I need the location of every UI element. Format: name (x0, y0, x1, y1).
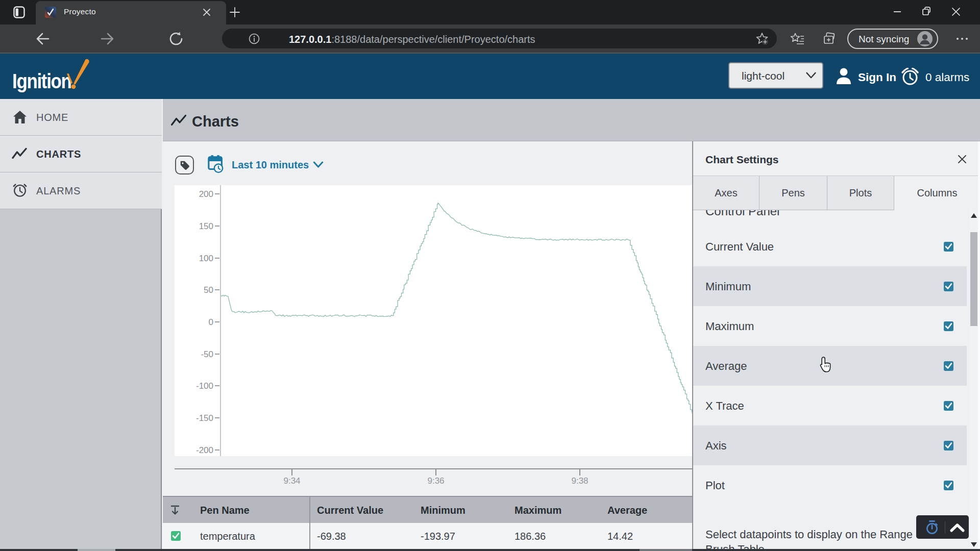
svg-text:Ignition: Ignition (12, 69, 71, 92)
